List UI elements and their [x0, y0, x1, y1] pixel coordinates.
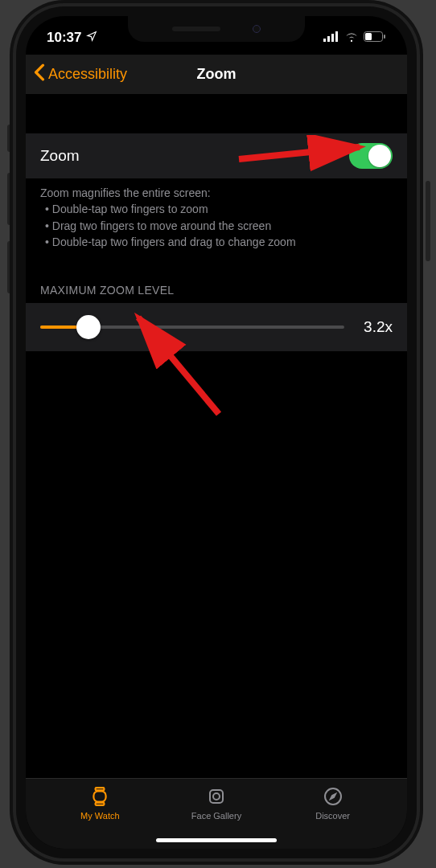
compass-icon	[323, 785, 343, 808]
slider-thumb[interactable]	[76, 315, 101, 339]
svg-point-13	[213, 793, 220, 800]
wifi-icon	[344, 30, 359, 46]
svg-rect-11	[96, 803, 105, 805]
tab-label: Face Gallery	[191, 811, 241, 821]
location-icon	[86, 30, 97, 46]
svg-marker-15	[331, 794, 335, 799]
max-zoom-slider-row: 3.2x	[26, 303, 407, 351]
cellular-signal-icon	[323, 30, 339, 46]
desc-intro: Zoom magnifies the entire screen:	[40, 185, 393, 201]
svg-rect-0	[323, 39, 326, 42]
back-label: Accessibility	[48, 66, 127, 83]
svg-rect-12	[210, 790, 223, 803]
mute-switch	[7, 125, 12, 152]
battery-icon	[364, 30, 386, 46]
tab-my-watch[interactable]: My Watch	[64, 785, 136, 831]
back-button[interactable]: Accessibility	[26, 63, 127, 85]
svg-rect-6	[384, 35, 385, 39]
desc-bullet: Double-tap two fingers to zoom	[45, 201, 393, 217]
watch-icon	[89, 785, 110, 808]
tab-label: My Watch	[80, 811, 120, 821]
svg-rect-2	[331, 34, 334, 42]
zoom-description: Zoom magnifies the entire screen: Double…	[26, 178, 407, 253]
zoom-label: Zoom	[40, 147, 80, 165]
svg-rect-1	[327, 36, 330, 42]
tab-face-gallery[interactable]: Face Gallery	[180, 785, 253, 831]
screen: 10:37	[26, 16, 407, 849]
phone-frame: 10:37	[16, 6, 417, 858]
tab-label: Discover	[315, 811, 350, 821]
toggle-knob	[368, 145, 391, 167]
desc-bullet: Drag two fingers to move around the scre…	[45, 218, 393, 234]
status-time: 10:37	[47, 30, 81, 46]
notch	[128, 16, 305, 42]
svg-rect-3	[335, 31, 338, 42]
max-zoom-value: 3.2x	[356, 318, 393, 336]
content: Zoom Zoom magnifies the entire screen: D…	[26, 95, 407, 351]
home-indicator[interactable]	[156, 838, 277, 842]
max-zoom-slider[interactable]	[40, 317, 344, 337]
nav-header: Accessibility Zoom	[26, 55, 407, 95]
svg-rect-10	[94, 792, 106, 802]
page-title: Zoom	[197, 66, 237, 83]
svg-rect-5	[365, 33, 372, 40]
face-gallery-icon	[207, 785, 226, 808]
svg-rect-9	[96, 788, 105, 790]
volume-up-button	[7, 173, 12, 225]
desc-bullet: Double-tap two fingers and drag to chang…	[45, 234, 393, 250]
max-zoom-header: MAXIMUM ZOOM LEVEL	[26, 253, 407, 303]
zoom-toggle[interactable]	[349, 143, 393, 169]
chevron-left-icon	[34, 63, 45, 85]
volume-down-button	[7, 241, 12, 293]
zoom-toggle-row[interactable]: Zoom	[26, 133, 407, 178]
tab-discover[interactable]: Discover	[297, 785, 369, 831]
side-power-button	[426, 181, 430, 261]
